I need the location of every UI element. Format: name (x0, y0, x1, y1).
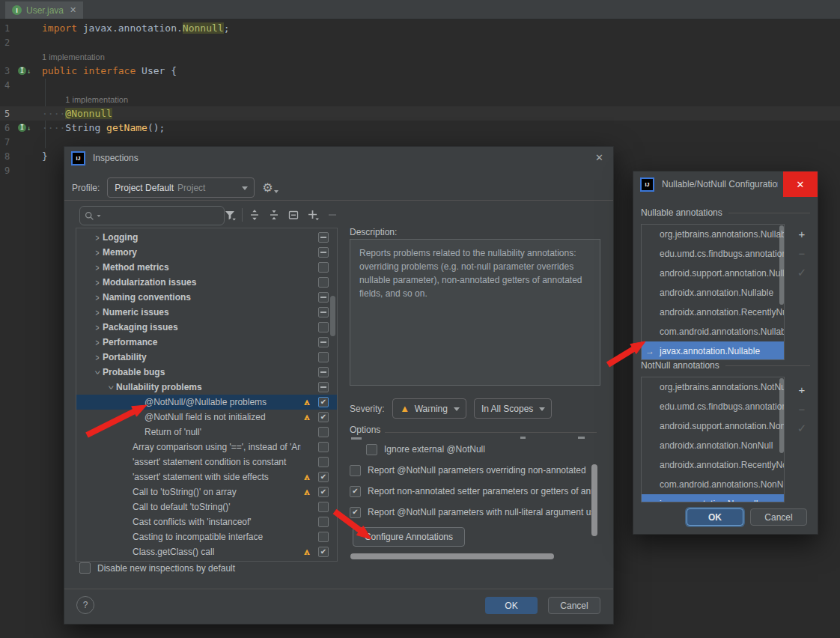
tree-row-checkbox[interactable] (318, 352, 329, 362)
tree-row[interactable]: Return of 'null' (76, 425, 337, 440)
tree-row-checkbox[interactable] (318, 397, 329, 407)
list-action-button[interactable]: − (792, 399, 812, 419)
annotation-list-item[interactable]: → edu.umd.cs.findbugs.annotations.NonNul… (642, 397, 784, 416)
tree-row-checkbox[interactable] (318, 382, 329, 392)
configure-annotations-button[interactable]: Configure Annotations (353, 527, 465, 547)
chevron-icon[interactable] (91, 234, 103, 242)
tree-row-checkbox[interactable] (318, 247, 329, 258)
annotation-list-item[interactable]: → javax.annotation.Nonnull (642, 494, 784, 502)
chevron-icon[interactable] (91, 249, 103, 257)
add-icon[interactable] (303, 207, 323, 223)
annotation-list-item[interactable]: → org.jetbrains.annotations.Nullable (642, 225, 784, 244)
tree-row[interactable]: @NotNull/@Nullable problems (76, 395, 337, 410)
tree-row[interactable]: Performance (76, 335, 337, 350)
tree-row[interactable]: Packaging issues (76, 320, 337, 335)
tree-row[interactable]: Array comparison using '==', instead of … (76, 440, 337, 455)
tree-row-checkbox[interactable] (318, 487, 329, 497)
tree-row-checkbox[interactable] (318, 517, 329, 527)
option-checkbox[interactable] (350, 465, 361, 476)
disable-new-inspections-checkbox[interactable] (79, 562, 91, 574)
expand-all-icon[interactable] (245, 207, 264, 223)
gear-icon[interactable]: ⚙ (262, 180, 273, 195)
tree-row[interactable]: @NotNull field is not initialized (76, 410, 337, 425)
scope-select[interactable]: In All Scopes (474, 398, 552, 419)
option-checkbox[interactable] (366, 444, 377, 455)
chevron-icon[interactable] (91, 294, 103, 302)
tree-row[interactable]: Nullability problems (76, 380, 337, 395)
annotation-list-item[interactable]: → android.support.annotation.Nullable (642, 264, 784, 283)
tree-row[interactable]: Logging (76, 230, 337, 245)
cancel-button[interactable]: Cancel (750, 508, 807, 526)
annotation-list-item[interactable]: → com.android.annotations.NonNull (642, 475, 784, 494)
tab-user-java[interactable]: I User.java ✕ (5, 1, 83, 19)
implemented-gutter-icon[interactable] (20, 124, 42, 132)
tree-row[interactable]: 'assert' statement with side effects (76, 470, 337, 484)
annotation-list-item[interactable]: → com.android.annotations.Nullable (642, 322, 784, 341)
option-checkbox[interactable] (350, 507, 361, 518)
tree-row-checkbox[interactable] (318, 232, 329, 243)
tree-row[interactable]: Casting to incompatible interface (76, 529, 337, 544)
tree-row-checkbox[interactable] (318, 262, 329, 273)
ok-button[interactable]: OK (485, 597, 538, 614)
annotation-list-item[interactable]: → androidx.annotation.RecentlyNullable (642, 303, 784, 322)
list-action-button[interactable]: ✓ (792, 419, 812, 438)
tree-row[interactable]: Cast conflicts with 'instanceof' (76, 514, 337, 529)
tree-row-checkbox[interactable] (318, 547, 329, 557)
annotation-list-item[interactable]: → androidx.annotation.NonNull (642, 436, 784, 455)
annotation-list-item[interactable]: → androidx.annotation.Nullable (642, 283, 784, 303)
tree-row[interactable]: Modularization issues (76, 275, 337, 290)
chevron-icon[interactable] (91, 353, 103, 362)
list-action-button[interactable]: ✓ (792, 263, 812, 282)
tree-row[interactable]: Call to default 'toString()' (76, 499, 337, 514)
close-icon[interactable]: ✕ (595, 152, 603, 163)
implemented-gutter-icon[interactable] (20, 67, 42, 75)
tree-row-checkbox[interactable] (318, 457, 329, 467)
remove-icon[interactable] (323, 207, 342, 223)
tree-row-checkbox[interactable] (318, 292, 329, 303)
chevron-icon[interactable] (91, 309, 103, 317)
tree-row[interactable]: Naming conventions (76, 290, 337, 305)
tree-row[interactable]: Method metrics (76, 260, 337, 275)
cancel-button[interactable]: Cancel (548, 597, 600, 614)
tree-row-checkbox[interactable] (318, 307, 329, 318)
tree-row-checkbox[interactable] (318, 442, 329, 452)
filter-icon[interactable] (220, 207, 240, 223)
tab-close-icon[interactable]: ✕ (70, 5, 76, 15)
annotation-list-item[interactable]: → edu.umd.cs.findbugs.annotations.Nullab… (642, 244, 784, 264)
list-action-button[interactable]: − (792, 243, 812, 263)
annotation-list-item[interactable]: → org.jetbrains.annotations.NotNull (642, 377, 784, 397)
help-button[interactable]: ? (76, 596, 94, 614)
profile-select[interactable]: Project Default Project (107, 177, 255, 198)
chevron-icon[interactable] (91, 279, 103, 287)
tree-row[interactable]: Class.getClass() call (76, 544, 337, 559)
tree-row[interactable]: 'assert' statement condition is constant (76, 455, 337, 470)
chevron-icon[interactable] (105, 383, 116, 392)
horizontal-scrollbar[interactable] (350, 553, 554, 559)
list-action-button[interactable]: + (792, 224, 812, 243)
chevron-icon[interactable] (91, 368, 103, 377)
tree-row[interactable]: Probable bugs (76, 365, 337, 380)
tree-row-checkbox[interactable] (318, 427, 329, 437)
reset-inspection-icon[interactable] (284, 207, 303, 223)
tree-row-checkbox[interactable] (318, 322, 329, 332)
option-checkbox[interactable] (350, 486, 361, 497)
chevron-icon[interactable] (91, 338, 103, 347)
collapse-all-icon[interactable] (264, 207, 284, 223)
tree-row-checkbox[interactable] (318, 502, 329, 512)
tree-row-checkbox[interactable] (318, 277, 329, 288)
ok-button[interactable]: OK (687, 508, 743, 526)
close-button[interactable]: ✕ (783, 171, 818, 197)
options-scrollbar[interactable] (591, 464, 597, 536)
tree-row[interactable]: Call to 'toString()' on array (76, 484, 337, 499)
chevron-icon[interactable] (91, 264, 103, 272)
tree-row-checkbox[interactable] (318, 472, 329, 482)
annotation-list-item[interactable]: → android.support.annotation.NonNull (642, 416, 784, 436)
tree-row-checkbox[interactable] (318, 367, 329, 377)
search-input[interactable] (79, 206, 225, 225)
annotation-list-item[interactable]: → javax.annotation.Nullable (642, 341, 784, 360)
severity-select[interactable]: Warning (392, 398, 466, 419)
tree-row-checkbox[interactable] (318, 532, 329, 542)
tree-row[interactable]: Portability (76, 350, 337, 365)
list-action-button[interactable]: + (792, 380, 812, 399)
tree-row[interactable]: Numeric issues (76, 305, 337, 320)
